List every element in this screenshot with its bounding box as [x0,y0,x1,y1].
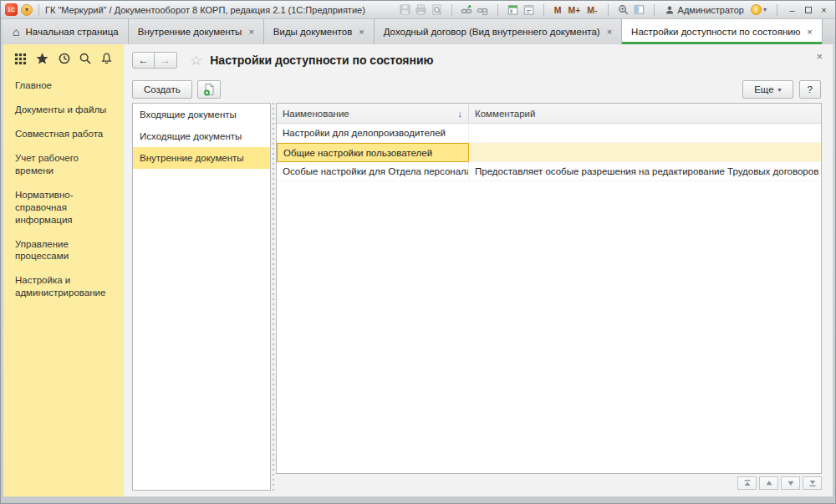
go-last-button[interactable] [803,476,822,490]
toolbar-right-group: Еще▾ ? [742,80,821,99]
print-preview-icon[interactable] [430,3,444,17]
go-down-button[interactable] [781,476,800,490]
table-row-2[interactable]: Особые настройки для Отдела персоналаПре… [277,162,821,181]
go-first-button[interactable] [737,476,757,490]
calendar-date-icon[interactable] [522,3,536,17]
minimize-button[interactable]: – [785,5,799,15]
page-toolbar: Создать Еще▾ ? [124,76,833,103]
info-button[interactable]: i ▾ [751,4,767,15]
window-title: ГК "Меркурий" / Документооборот 8 КОРП, … [45,5,365,15]
main-panel: ← → ☆ Настройки доступности по состоянию… [124,44,833,496]
calc-m-plus-button[interactable]: М+ [565,5,583,15]
notifications-bell-icon[interactable] [100,52,113,65]
tab-label: Виды документов [273,27,352,37]
tab-close-icon[interactable]: × [248,27,253,37]
zoom-icon[interactable] [616,3,630,17]
maximize-button[interactable] [801,5,815,15]
go-bottom-icon [808,478,818,488]
doc-type-item-2[interactable]: Внутренние документы [133,147,270,169]
tab-0[interactable]: ⌂Начальная страница [3,19,129,44]
document-type-list: Входящие документыИсходящие документыВну… [132,103,271,491]
favorites-star-icon[interactable] [35,52,49,65]
history-nav: ← → [132,52,177,69]
create-by-copy-button[interactable] [197,80,221,99]
go-up-button[interactable] [759,476,778,490]
current-user-button[interactable]: Администратор [665,5,744,15]
home-icon: ⌂ [13,25,19,38]
back-arrow-icon: ← [139,54,149,66]
tab-2[interactable]: Виды документов× [264,19,375,44]
caret-down-icon: ▾ [778,86,782,94]
table-row-0[interactable]: Настройки для делопроизводителей [277,124,821,143]
forward-arrow-icon: → [161,54,171,66]
column-name-label: Наименование [283,109,349,119]
tab-close-icon[interactable]: × [607,27,612,37]
doc-type-item-0[interactable]: Входящие документы [133,104,270,125]
close-window-button[interactable]: × [817,5,831,15]
page-title: Настройки доступности по состоянию [210,53,433,67]
person-icon [665,5,675,15]
print-icon[interactable] [414,3,428,17]
more-button[interactable]: Еще▾ [742,80,793,99]
sidebar-item-2[interactable]: Совместная работа [3,122,124,146]
titlebar-separator [451,4,452,16]
tab-label: Начальная страница [25,27,118,37]
forward-button[interactable]: → [155,52,177,69]
body-area: ГлавноеДокументы и файлыСовместная работ… [3,44,833,496]
sidebar-item-5[interactable]: Управление процессами [3,232,124,269]
arrow-up-icon [764,478,774,488]
calc-m-button[interactable]: М [552,5,564,15]
main-menu-button[interactable]: ▾ [21,4,33,16]
titlebar-separator [608,4,609,16]
titlebar: 1С ▾ ГК "Меркурий" / Документооборот 8 К… [1,1,835,19]
arrow-down-icon [786,478,796,488]
search-icon[interactable] [79,52,92,65]
content-area: Входящие документыИсходящие документыВну… [124,103,833,491]
menu-grid-icon[interactable] [14,53,27,65]
split-view-icon[interactable] [632,3,646,17]
calendar-icon[interactable] [506,3,520,17]
page-header: ← → ☆ Настройки доступности по состоянию… [124,44,833,76]
user-name: Администратор [678,5,744,15]
sidebar-item-4[interactable]: Нормативно-справочная информация [3,183,124,232]
create-button[interactable]: Создать [132,80,192,99]
table-row-1[interactable]: Общие настройки пользователей [277,143,821,162]
sidebar-item-0[interactable]: Главное [3,74,124,98]
tab-1[interactable]: Внутренние документы× [129,19,264,44]
cell-comment: Предоставляет особые разрешения на редак… [469,162,821,181]
sidebar-menu: ГлавноеДокументы и файлыСовместная работ… [3,74,124,305]
tab-4[interactable]: Настройки доступности по состоянию× [622,19,823,44]
tab-close-icon[interactable]: × [359,27,364,37]
column-header-comment[interactable]: Комментарий [469,104,821,123]
titlebar-separator [543,4,544,16]
tab-close-icon[interactable]: × [807,27,812,37]
add-link-icon[interactable] [460,3,474,17]
get-link-icon[interactable] [476,3,490,17]
calc-m-minus-button[interactable]: М- [584,5,599,15]
tab-3[interactable]: Доходный договор (Вид внутреннего докуме… [375,19,622,44]
titlebar-separator [38,4,39,16]
column-header-name[interactable]: Наименование ↓ [277,104,469,123]
cell-name: Общие настройки пользователей [277,143,469,162]
close-page-icon[interactable]: × [816,50,823,63]
table-header: Наименование ↓ Комментарий [277,104,821,124]
save-icon[interactable] [398,3,412,17]
table-body: Настройки для делопроизводителейОбщие на… [277,124,821,181]
copy-document-icon [202,83,216,96]
more-label: Еще [754,84,773,94]
titlebar-separator [654,4,655,16]
sidebar-item-1[interactable]: Документы и файлы [3,98,124,122]
column-comment-label: Комментарий [475,109,535,119]
caret-down-icon: ▾ [25,6,28,13]
cell-comment [469,124,821,143]
titlebar-separator [497,4,498,16]
doc-type-item-1[interactable]: Исходящие документы [133,125,270,147]
sidebar-item-6[interactable]: Настройка и администрирование [3,268,124,305]
app-window: 1С ▾ ГК "Меркурий" / Документооборот 8 К… [0,0,836,504]
back-button[interactable]: ← [132,52,155,69]
sidebar-item-3[interactable]: Учет рабочего времени [3,146,124,183]
favorite-star-icon[interactable]: ☆ [190,52,202,69]
help-button[interactable]: ? [799,80,821,99]
go-top-icon [742,478,752,488]
history-clock-icon[interactable] [58,52,71,65]
